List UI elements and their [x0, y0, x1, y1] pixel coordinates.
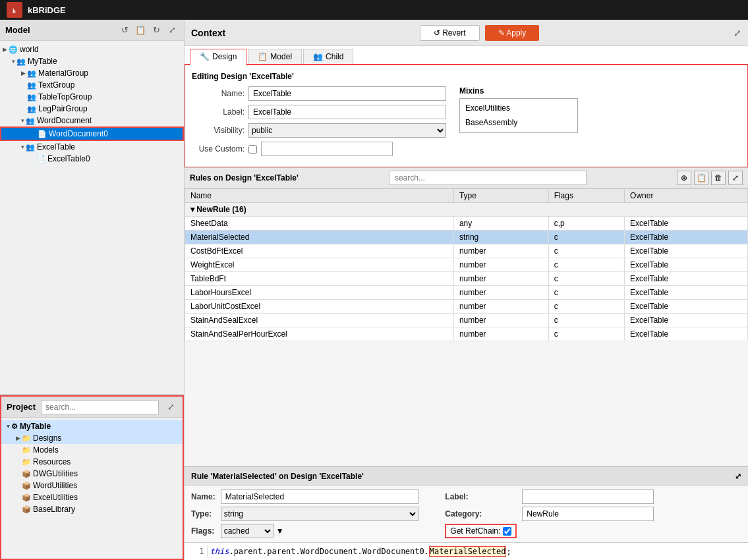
refchain-row: Get RefChain: [445, 524, 517, 538]
child-tab-icon: 👥 [313, 52, 323, 61]
tree-item-exceltable[interactable]: ▾ 👥 ExcelTable [0, 141, 184, 153]
cell-flags: c [548, 258, 624, 272]
proj-icon-mytable: ⚙ [11, 422, 18, 431]
table-row[interactable]: TableBdFt number c ExcelTable [185, 272, 748, 286]
cell-name: LaborUnitCostExcel [185, 300, 454, 314]
code-table: 1 this.parent.parent.WordDocument.WordDo… [187, 546, 745, 557]
use-custom-input[interactable] [261, 142, 393, 156]
context-expand-icon[interactable]: ⤢ [734, 28, 741, 38]
world-icon: 🌐 [9, 45, 18, 54]
proj-item-mytable[interactable]: ▾ ⚙ MyTable [1, 420, 183, 432]
rd-name-input[interactable] [221, 490, 418, 504]
revert-button[interactable]: ↺ Revert [420, 25, 480, 41]
instance-icon-exceltable0: 📄 [36, 155, 45, 163]
tab-design[interactable]: 🔧 Design [190, 49, 246, 65]
model-tab-icon: 📋 [258, 52, 268, 61]
tree-item-worddocument[interactable]: ▾ 👥 WordDocument [0, 115, 184, 126]
model-copy-icon[interactable]: 📋 [134, 24, 147, 37]
rules-add-icon[interactable]: ⊕ [677, 171, 691, 185]
project-header: Project ⤢ [1, 397, 183, 418]
cell-name: MaterialSelected [185, 231, 454, 244]
rules-group-tri: ▾ [190, 205, 194, 214]
name-input[interactable] [248, 86, 446, 101]
rules-search-input[interactable] [389, 171, 587, 185]
model-tree: ▶ 🌐 world ▾ 👥 MyTable ▶ 👥 MaterialGroup [0, 41, 184, 394]
tree-item-tabletopgroup[interactable]: ▶ 👥 TableTopGroup [0, 91, 184, 103]
rd-type-select[interactable]: string [221, 507, 418, 521]
tree-label-textgroup: TextGroup [38, 80, 74, 90]
cell-flags: c [548, 327, 624, 341]
mixin-item-1: BaseAssembly [465, 116, 572, 130]
rules-expand-icon[interactable]: ⤢ [728, 171, 743, 185]
project-search-input[interactable] [41, 400, 159, 414]
use-custom-checkbox[interactable] [248, 145, 257, 154]
proj-item-dwgutilities[interactable]: ▶ 📦 DWGUtilities [1, 468, 183, 480]
proj-item-designs[interactable]: ▶ 📁 Designs [1, 432, 183, 444]
name-label: Name: [192, 89, 245, 98]
tab-model[interactable]: 📋 Model [248, 49, 302, 64]
table-row[interactable]: MaterialSelected string c ExcelTable [185, 231, 748, 244]
model-tab-label: Model [270, 52, 292, 61]
cell-type: number [453, 314, 548, 327]
table-row[interactable]: StainAndSealExcel number c ExcelTable [185, 314, 748, 327]
project-expand-icon[interactable]: ⤢ [164, 401, 177, 414]
cell-type: number [453, 300, 548, 314]
table-row[interactable]: WeightExcel number c ExcelTable [185, 258, 748, 272]
cell-owner: ExcelTable [625, 286, 748, 300]
rd-refchain-checkbox[interactable] [503, 527, 511, 536]
proj-item-models[interactable]: ▶ 📁 Models [1, 444, 183, 456]
proj-item-resources[interactable]: ▶ 📁 Resources [1, 456, 183, 468]
rule-detail-expand-icon[interactable]: ⤢ [735, 472, 741, 481]
tree-item-materialgroup[interactable]: ▶ 👥 MaterialGroup [0, 67, 184, 79]
flags-dropdown-icon[interactable]: ▼ [276, 526, 284, 536]
rules-group-header: ▾ NewRule (16) [185, 203, 748, 217]
table-row[interactable]: LaborUnitCostExcel number c ExcelTable [185, 300, 748, 314]
apply-button[interactable]: ✎ Apply [485, 25, 540, 41]
folder-icon-models: 📁 [22, 446, 31, 455]
proj-item-baselibrary[interactable]: ▶ 📦 BaseLibrary [1, 503, 183, 515]
tri-world: ▶ [3, 46, 7, 53]
rd-flags-select[interactable]: cached [221, 524, 273, 538]
tree-item-worddocument0[interactable]: ▶ 📄 WordDocument0 [0, 126, 184, 141]
tree-item-mytable[interactable]: ▾ 👥 MyTable [0, 55, 184, 67]
tree-label-legpairgroup: LegPairGroup [38, 104, 88, 113]
rule-detail-title: Rule 'MaterialSelected' on Design 'Excel… [191, 472, 364, 481]
rule-detail-header: Rule 'MaterialSelected' on Design 'Excel… [185, 467, 748, 486]
model-refresh-icon[interactable]: ↺ [118, 24, 131, 37]
cell-owner: ExcelTable [625, 300, 748, 314]
tree-item-legpairgroup[interactable]: ▶ 👥 LegPairGroup [0, 103, 184, 115]
tree-label-world: world [20, 45, 39, 54]
cell-name: LaborHoursExcel [185, 286, 454, 300]
tab-child[interactable]: 👥 Child [303, 49, 353, 64]
design-icon-textgroup: 👥 [27, 81, 36, 90]
rd-label-input[interactable] [522, 490, 654, 504]
pkg-icon-excel: 📦 [22, 493, 31, 502]
tree-item-exceltable0[interactable]: ▶ 📄 ExcelTable0 [0, 153, 184, 165]
code-content[interactable]: this.parent.parent.WordDocument.WordDocu… [207, 546, 745, 557]
table-row[interactable]: LaborHoursExcel number c ExcelTable [185, 286, 748, 300]
table-row[interactable]: StainAndSealPerHourExcel number c ExcelT… [185, 327, 748, 341]
visibility-select[interactable]: public [248, 123, 446, 138]
col-owner: Owner [625, 189, 748, 203]
cell-type: number [453, 327, 548, 341]
rules-delete-icon[interactable]: 🗑 [711, 171, 726, 185]
proj-item-wordutilities[interactable]: ▶ 📦 WordUtilities [1, 480, 183, 491]
main-layout: Model ↺ 📋 ↻ ⤢ ▶ 🌐 world [0, 20, 748, 560]
app-title: kBRiDGE [28, 5, 66, 15]
tree-item-textgroup[interactable]: ▶ 👥 TextGroup [0, 79, 184, 91]
tree-item-world[interactable]: ▶ 🌐 world [0, 43, 184, 55]
label-input[interactable] [248, 105, 446, 119]
rules-header: Rules on Design 'ExcelTable' ⊕ 📋 🗑 ⤢ [185, 167, 748, 188]
visibility-label: Visibility: [192, 126, 245, 135]
project-section: Project ⤢ ▾ ⚙ MyTable ▶ 📁 Designs [0, 395, 184, 560]
proj-label-models: Models [33, 445, 59, 455]
rd-category-input[interactable] [522, 507, 654, 521]
proj-item-excelutilities[interactable]: ▶ 📦 ExcelUtilities [1, 491, 183, 503]
table-row[interactable]: CostBdFtExcel number c ExcelTable [185, 244, 748, 258]
cell-type: number [453, 286, 548, 300]
model-expand-icon[interactable]: ⤢ [165, 24, 179, 37]
rules-copy-icon[interactable]: 📋 [694, 171, 708, 185]
table-row[interactable]: SheetData any c,p ExcelTable [185, 217, 748, 231]
app-logo: k [7, 2, 22, 18]
model-sync-icon[interactable]: ↻ [150, 24, 163, 37]
